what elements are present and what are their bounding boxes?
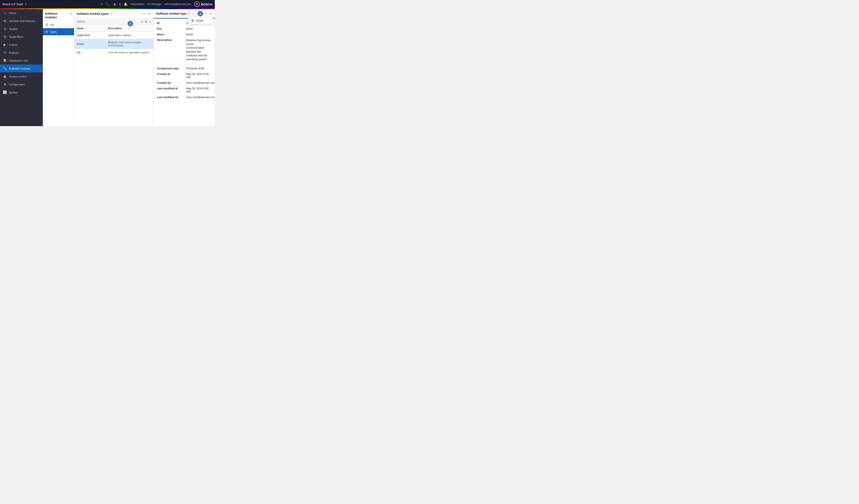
row-name-driver: Driver [77, 42, 108, 46]
sw-types-info-icon[interactable]: i [110, 12, 112, 15]
detail-label-id: ID [157, 21, 186, 25]
items-bar: 3 items ↺ ⚙ + [74, 18, 153, 25]
refresh-button[interactable]: ↺ [140, 20, 143, 24]
sidebar-item-services[interactable]: ⊞ Services and features [0, 17, 43, 25]
sidebar: ⌂ Home ⊞ Services and features ◎ Targets… [0, 9, 43, 126]
detail-value-name: Driver [186, 33, 193, 36]
detail-panel: Software module type i — ⋮ 2 ✂ × 🗑 [153, 9, 215, 126]
sidebar-item-home[interactable]: ⌂ Home [0, 9, 43, 17]
sidebar-item-quotas[interactable]: 📊 Quotas [0, 88, 43, 96]
context-menu: 🗑 Delete [188, 17, 213, 24]
sidebar-label-distribution: Distribution sets [9, 59, 28, 62]
detail-label-created-at: Created at [157, 73, 186, 76]
share-icon[interactable]: ⇧ [101, 2, 103, 6]
badge-1: 1 [127, 21, 133, 26]
nav-label-types: Types [49, 30, 57, 33]
col-desc-header: Description [108, 27, 151, 30]
detail-value-modified-at: May 28, 2024 9:00 AM [186, 87, 211, 93]
iot-manager-label[interactable]: IoT Manager [147, 3, 162, 6]
detail-value-assignment: Firmware (FW) [186, 67, 204, 70]
phone-icon[interactable]: 📞 [106, 2, 110, 6]
sidebar-label-access: Access control [9, 75, 27, 78]
sidebar-label-actions: Actions [9, 43, 18, 46]
table-row[interactable]: Application Application Addons [74, 32, 153, 39]
config-icon: ⚙ [3, 82, 7, 86]
sidebar-item-target-filters[interactable]: ⊟ Target filters [0, 33, 43, 41]
detail-close-button[interactable]: × [209, 12, 212, 16]
app-close-button[interactable]: × [25, 2, 27, 6]
bell-icon[interactable]: 🔔 [124, 2, 127, 6]
sidebar-item-access[interactable]: 🔒 Access control [0, 73, 43, 80]
sidebar-label-filters: Target filters [9, 35, 24, 39]
sw-types-minimize-button[interactable]: — [141, 12, 146, 16]
sidebar-item-config[interactable]: ⚙ Configuration [0, 80, 43, 88]
detail-body: ID 108179 ⧉ Key driver Name Driver Descr… [153, 19, 215, 104]
detail-row-key: Key driver [157, 27, 211, 30]
table-row[interactable]: Driver Modules that ensure proper commun… [74, 39, 153, 49]
home-icon: ⌂ [3, 11, 7, 15]
detail-label-name: Name [157, 33, 186, 36]
sidebar-label-home: Home [9, 12, 16, 15]
detail-row-modified-at: Last modified at May 28, 2024 9:00 AM [157, 87, 211, 93]
detail-row-assignment: Assignment type Firmware (FW) [157, 67, 211, 70]
software-modules-panel: Software modules × ☰ List ⊞ Types [43, 9, 74, 126]
sidebar-item-actions[interactable]: ▶ Actions [0, 41, 43, 49]
detail-scissor-button[interactable]: ✂ [203, 11, 208, 16]
topbar-left: Bosch IoT Suite × [2, 2, 27, 6]
sidebar-item-distribution[interactable]: 📦 Distribution sets [0, 57, 43, 64]
sidebar-label-software: Software modules [9, 67, 30, 70]
detail-info-icon[interactable]: i [187, 12, 190, 15]
row-name-application: Application [77, 34, 108, 37]
targets-icon: ◎ [3, 27, 7, 31]
detail-label-modified-by: Last modified by [157, 96, 186, 99]
content-area: Software modules × ☰ List ⊞ Types 1 Soft… [43, 9, 215, 126]
sw-types-expand-button[interactable]: ⤢ [147, 11, 151, 16]
rollouts-icon: ↺ [3, 51, 7, 55]
sidebar-item-targets[interactable]: ◎ Targets [0, 25, 43, 33]
nav-item-list[interactable]: ☰ List [43, 21, 74, 28]
table-row[interactable]: OS Core firmware or operation system [74, 49, 153, 56]
user-label[interactable]: John.Doe@domain.com [164, 3, 191, 6]
software-icon: 🔧 [3, 66, 7, 70]
detail-header-actions: — ⋮ 2 ✂ × [191, 11, 212, 16]
detail-value-created-at: May 28, 2024 9:00 AM [186, 73, 211, 79]
app-title: Bosch IoT Suite [2, 2, 23, 6]
detail-minimize-button[interactable]: — [191, 12, 196, 16]
context-menu-delete[interactable]: 🗑 Delete [188, 17, 213, 24]
sw-types-header: Software module types i — ⤢ [74, 9, 153, 18]
nav-label-list: List [50, 23, 54, 26]
sidebar-label-config: Configuration [9, 83, 25, 86]
detail-row-modified-by: Last modified by John.Doe@domain.com [157, 96, 211, 99]
main-layout: ⌂ Home ⊞ Services and features ◎ Targets… [0, 9, 215, 126]
settings-button[interactable]: ⚙ [145, 20, 148, 24]
row-desc-application: Application Addons [108, 34, 151, 37]
detail-value-description: Modules that ensure proper communication… [186, 39, 211, 61]
add-button[interactable]: + [149, 20, 151, 24]
nav-item-types[interactable]: ⊞ Types [43, 28, 74, 35]
badge-2: 2 [198, 11, 203, 16]
detail-value-key: driver [186, 27, 193, 30]
row-desc-driver: Modules that ensure proper communicat... [108, 41, 151, 47]
detail-row-created-at: Created at May 28, 2024 9:00 AM [157, 73, 211, 79]
dollar-icon[interactable]: § [119, 2, 121, 6]
detail-label-description: Description [157, 39, 186, 42]
detail-row-description: Description Modules that ensure proper c… [157, 39, 211, 61]
list-icon: ☰ [45, 23, 48, 26]
col-name-header: Name [77, 27, 108, 30]
sw-modules-title: Software modules [45, 12, 70, 19]
bosch-circle-icon: B [194, 1, 200, 7]
subscription-label[interactable]: Subscription [131, 3, 144, 6]
sw-modules-close-button[interactable]: × [70, 12, 72, 15]
topbar: Bosch IoT Suite × ⇧ 📞 🖥 § 🔔 Subscription… [0, 0, 215, 9]
browser-icon[interactable]: 🖥 [113, 2, 116, 6]
sidebar-item-software[interactable]: 🔧 Software modules [0, 64, 43, 73]
detail-row-name: Name Driver [157, 33, 211, 36]
sidebar-item-rollouts[interactable]: ↺ Rollouts [0, 49, 43, 57]
table-header: Name Description [74, 25, 153, 32]
topbar-right: ⇧ 📞 🖥 § 🔔 Subscription IoT Manager John.… [101, 1, 212, 7]
sw-types-panel: 1 Software module types i — ⤢ 3 items ↺ … [74, 9, 153, 126]
detail-label-created-by: Created by [157, 81, 186, 85]
detail-label-assignment: Assignment type [157, 67, 186, 70]
distribution-icon: 📦 [3, 59, 7, 62]
delete-icon: 🗑 [191, 19, 194, 22]
